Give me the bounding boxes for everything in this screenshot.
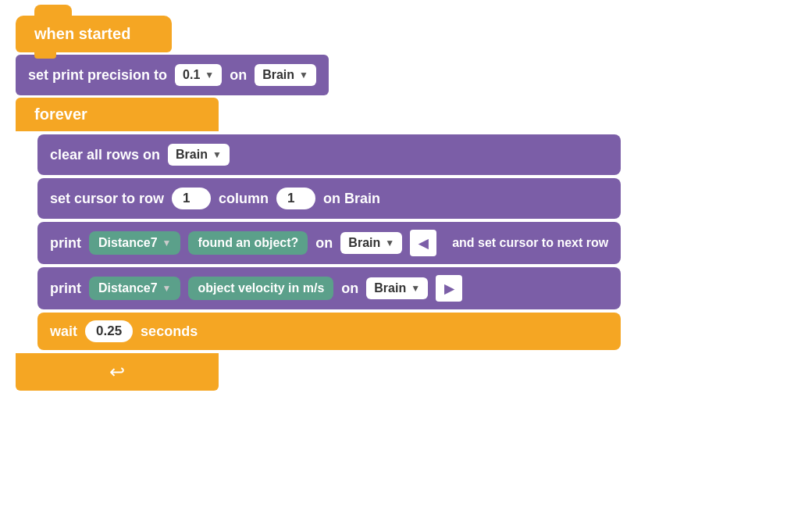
seconds-label: seconds: [141, 323, 198, 340]
when-started-block[interactable]: when started: [16, 16, 172, 52]
brain-dropdown-4[interactable]: Brain ▼: [366, 277, 428, 299]
col-value: 1: [287, 191, 294, 206]
print-velocity-block[interactable]: print Distance7 ▼ object velocity in m/s…: [37, 267, 621, 309]
set-print-precision-block[interactable]: set print precision to 0.1 ▼ on Brain ▼: [16, 55, 329, 95]
brain-dropdown-2[interactable]: Brain ▼: [168, 144, 230, 166]
brain-label-4: Brain: [374, 281, 406, 295]
brain-dropdown-arrow-2: ▼: [212, 149, 222, 160]
brain-label-2: Brain: [176, 148, 208, 162]
found-action-pill[interactable]: found an object?: [188, 231, 308, 255]
col-input[interactable]: 1: [276, 188, 315, 209]
back-arrow-icon: ◀: [418, 236, 428, 251]
forever-label: forever: [34, 105, 87, 123]
brain-dropdown-arrow-3: ▼: [385, 238, 394, 248]
on-brain-label: on Brain: [323, 191, 380, 207]
brain-label-3: Brain: [348, 236, 380, 250]
on-label: on: [230, 67, 247, 84]
set-cursor-block[interactable]: set cursor to row 1 column 1 on Brain: [37, 178, 621, 219]
when-started-label: when started: [34, 25, 130, 43]
precision-dropdown[interactable]: 0.1 ▼: [175, 64, 222, 86]
precision-value: 0.1: [183, 68, 200, 82]
play-button[interactable]: ▶: [436, 275, 462, 302]
wait-block[interactable]: wait 0.25 seconds: [37, 313, 621, 350]
wait-label: wait: [50, 323, 77, 340]
return-arrow-icon: ↩: [109, 361, 125, 383]
brain-label-1: Brain: [262, 68, 294, 82]
precision-dropdown-arrow: ▼: [205, 70, 214, 80]
velocity-action-label: object velocity in m/s: [198, 281, 324, 295]
forever-header: forever: [16, 98, 219, 131]
forever-wrapper: forever clear all rows on Brain ▼ set cu…: [16, 98, 621, 391]
sensor-dropdown-arrow-2: ▼: [162, 283, 172, 294]
row-value: 1: [183, 191, 190, 206]
brain-dropdown-3[interactable]: Brain ▼: [340, 232, 402, 254]
column-label: column: [219, 191, 269, 207]
sensor-label-1: Distance7: [98, 236, 158, 250]
sensor-dropdown-1[interactable]: Distance7 ▼: [89, 231, 180, 255]
brain-dropdown-arrow-1: ▼: [299, 70, 308, 80]
clear-all-rows-label: clear all rows on: [50, 147, 160, 163]
found-action-label: found an object?: [198, 236, 298, 250]
play-icon: ▶: [444, 281, 454, 296]
next-row-button[interactable]: ◀: [410, 230, 436, 256]
forever-body: clear all rows on Brain ▼ set cursor to …: [37, 131, 621, 353]
sensor-dropdown-arrow-1: ▼: [162, 238, 172, 248]
print-label-2: print: [50, 281, 81, 297]
brain-dropdown-1[interactable]: Brain ▼: [255, 64, 316, 86]
velocity-action-pill[interactable]: object velocity in m/s: [188, 277, 333, 300]
sensor-label-2: Distance7: [98, 281, 158, 295]
row-input[interactable]: 1: [172, 188, 211, 209]
forever-footer: ↩: [16, 353, 219, 391]
sensor-dropdown-2[interactable]: Distance7 ▼: [89, 277, 180, 300]
on-label-3: on: [341, 281, 358, 297]
print-found-block[interactable]: print Distance7 ▼ found an object? on Br…: [37, 222, 621, 264]
set-cursor-label: set cursor to row: [50, 191, 164, 207]
wait-value: 0.25: [96, 323, 122, 339]
print-label-1: print: [50, 235, 81, 252]
on-label-2: on: [315, 235, 333, 252]
clear-all-rows-block[interactable]: clear all rows on Brain ▼: [37, 134, 621, 175]
and-set-cursor-label: and set cursor to next row: [452, 236, 608, 250]
wait-input[interactable]: 0.25: [85, 320, 133, 342]
set-print-precision-label: set print precision to: [28, 67, 167, 84]
brain-dropdown-arrow-4: ▼: [411, 283, 420, 294]
